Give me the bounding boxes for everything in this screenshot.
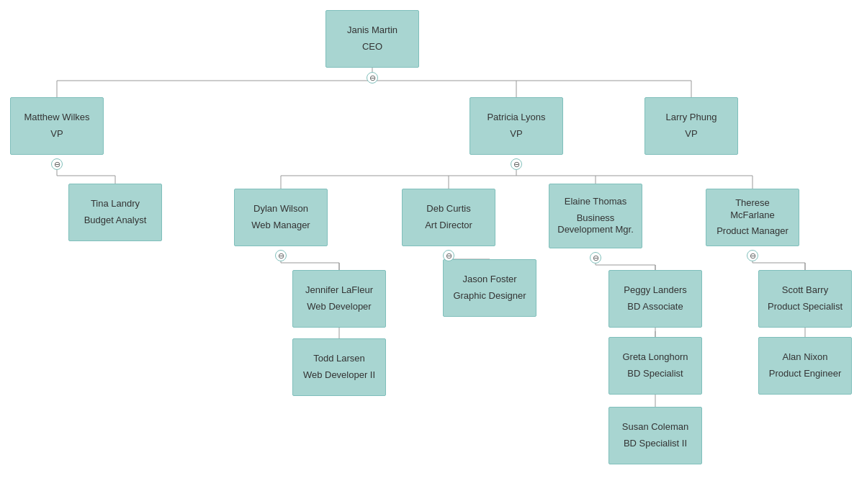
connector-lines [0,0,867,504]
node-dylan-title: Web Manager [251,220,310,232]
node-therese[interactable]: Therese McFarlane Product Manager [706,189,799,246]
node-greta[interactable]: Greta Longhorn BD Specialist [608,337,702,395]
node-janis-title: CEO [362,41,382,53]
node-tina-name: Tina Landry [91,198,140,210]
node-elaine-title: Business Development Mgr. [555,212,636,237]
node-jason-name: Jason Foster [462,274,516,286]
node-jennifer-name: Jennifer LaFleur [305,284,373,297]
node-patricia-title: VP [510,128,522,140]
node-peggy-name: Peggy Landers [624,284,686,297]
node-alan-name: Alan Nixon [783,351,828,364]
node-deb-name: Deb Curtis [426,203,470,215]
collapse-elaine[interactable]: ⊖ [590,252,601,264]
node-deb[interactable]: Deb Curtis Art Director [402,189,495,246]
collapse-deb[interactable]: ⊖ [443,250,454,261]
node-therese-title: Product Manager [716,225,789,238]
node-susan-name: Susan Coleman [622,421,689,433]
node-susan-title: BD Specialist II [624,438,687,450]
node-patricia[interactable]: Patricia Lyons VP [470,97,563,155]
collapse-matthew[interactable]: ⊖ [51,158,63,170]
node-dylan-name: Dylan Wilson [253,203,308,215]
node-matthew[interactable]: Matthew Wilkes VP [10,97,104,155]
node-janis[interactable]: Janis Martin CEO [325,10,419,68]
node-therese-name: Therese McFarlane [712,197,793,222]
node-todd[interactable]: Todd Larsen Web Developer II [292,338,386,396]
node-alan[interactable]: Alan Nixon Product Engineer [758,337,852,395]
node-larry-name: Larry Phung [666,112,717,124]
node-scott-name: Scott Barry [782,284,828,297]
node-deb-title: Art Director [425,220,472,232]
node-jennifer[interactable]: Jennifer LaFleur Web Developer [292,270,386,328]
node-greta-title: BD Specialist [627,368,683,380]
node-peggy[interactable]: Peggy Landers BD Associate [608,270,702,328]
node-larry-title: VP [685,128,697,140]
node-tina-title: Budget Analyst [84,215,147,227]
node-scott-title: Product Specialist [768,301,843,313]
node-scott[interactable]: Scott Barry Product Specialist [758,270,852,328]
node-dylan[interactable]: Dylan Wilson Web Manager [234,189,328,246]
node-susan[interactable]: Susan Coleman BD Specialist II [608,407,702,464]
node-jennifer-title: Web Developer [307,301,371,313]
collapse-therese[interactable]: ⊖ [747,250,758,261]
collapse-janis[interactable]: ⊖ [367,72,378,84]
node-alan-title: Product Engineer [769,368,841,380]
node-jason-title: Graphic Designer [453,290,526,302]
node-tina[interactable]: Tina Landry Budget Analyst [68,184,162,241]
node-elaine[interactable]: Elaine Thomas Business Development Mgr. [549,184,642,248]
node-todd-title: Web Developer II [303,369,375,382]
node-todd-name: Todd Larsen [313,353,365,365]
node-peggy-title: BD Associate [627,301,683,313]
node-larry[interactable]: Larry Phung VP [644,97,738,155]
node-elaine-name: Elaine Thomas [565,196,626,208]
node-matthew-name: Matthew Wilkes [24,112,89,124]
node-patricia-name: Patricia Lyons [487,112,545,124]
collapse-dylan[interactable]: ⊖ [275,250,287,261]
collapse-patricia[interactable]: ⊖ [511,158,522,170]
node-jason[interactable]: Jason Foster Graphic Designer [443,259,536,317]
node-janis-name: Janis Martin [347,24,397,37]
node-greta-name: Greta Longhorn [622,351,688,364]
node-matthew-title: VP [50,128,63,140]
org-chart: Janis Martin CEO ⊖ Matthew Wilkes VP ⊖ P… [0,0,867,504]
